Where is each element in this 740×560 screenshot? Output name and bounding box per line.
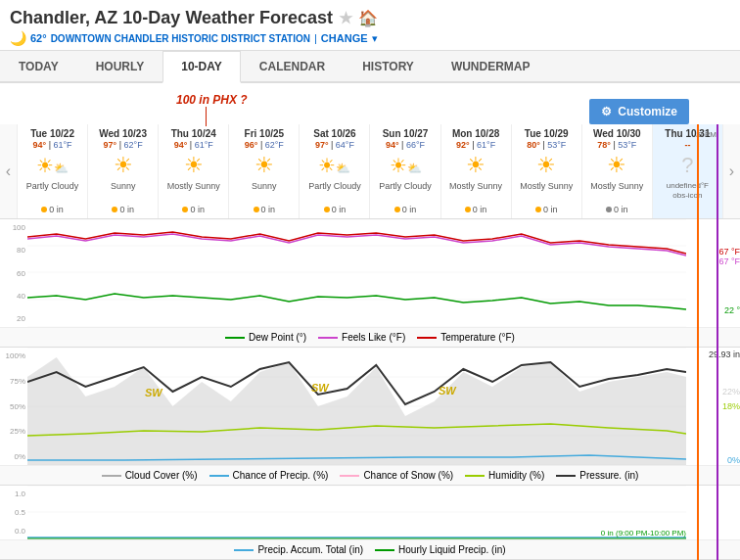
- title-text: Chandler, AZ 10-Day Weather Forecast: [10, 8, 333, 28]
- feellike-legend-icon: [318, 337, 338, 339]
- humidity-legend-icon: [465, 475, 485, 477]
- star-icon: ★: [339, 9, 352, 27]
- legend-precip-accum: Precip. Accum. Total (in): [234, 544, 363, 555]
- separator: |: [314, 32, 317, 44]
- precip-chart-section: 1.0 0.5 0.0 0 in (9:00 PM-10:00 PM): [0, 486, 740, 560]
- precip-pct-label: 0%: [727, 455, 740, 465]
- cloud-chart-area: SW SW SW 29.93 in 22% 18% 0%: [27, 348, 686, 465]
- cloud-pct-label: 22%: [722, 387, 740, 397]
- forecast-day-4: Fri 10/25 96° | 62°F ☀ Sunny 0 in: [229, 124, 300, 218]
- precip-chart-area: 0 in (9:00 PM-10:00 PM): [27, 486, 686, 539]
- temp-legend-icon: [417, 337, 437, 339]
- time-marker-label: 9 PM: [698, 130, 717, 139]
- moon-icon: 🌙: [10, 30, 26, 46]
- legend-humidity: Humidity (%): [465, 470, 544, 481]
- temp-chart-svg: [27, 219, 686, 327]
- feellike-label-67: 67 °F: [718, 257, 740, 266]
- tab-10day[interactable]: 10-DAY: [162, 51, 241, 83]
- legend-pressure: Pressure. (in): [556, 470, 638, 481]
- legend-hourly-precip: Hourly Liquid Precip. (in): [375, 544, 506, 555]
- legend-cloud: Cloud Cover (%): [102, 470, 198, 481]
- forecast-days: Tue 10/22 94° | 61°F ☀⛅ Partly Cloudy 0 …: [18, 124, 722, 218]
- forecast-day-2: Wed 10/23 97° | 62°F ☀ Sunny 0 in: [88, 124, 159, 218]
- tab-wundermap[interactable]: WUNDERMAP: [433, 51, 549, 81]
- tab-calendar[interactable]: CALENDAR: [241, 51, 344, 81]
- dewpoint-label-22: 22 °: [724, 305, 740, 315]
- forecast-day-3: Thu 10/24 94° | 61°F ☀ Mostly Sunny 0 in: [159, 124, 229, 218]
- legend-feellike: Feels Like (°F): [318, 332, 405, 343]
- forecast-day-7: Mon 10/28 92° | 61°F ☀ Mostly Sunny 0 in: [441, 124, 512, 218]
- snow-legend-icon: [340, 475, 359, 477]
- cloud-chart-legend: Cloud Cover (%) Chance of Precip. (%) Ch…: [0, 465, 740, 485]
- current-temp: 62°: [30, 32, 47, 44]
- home-icon: 🏠: [358, 9, 378, 27]
- dewpoint-legend-icon: [225, 337, 245, 339]
- wind-annotation-1: SW: [145, 387, 162, 398]
- temp-chart-legend: Dew Point (°) Feels Like (°F) Temperatur…: [0, 327, 740, 347]
- forecast-day-6: Sun 10/27 94° | 66°F ☀⛅ Partly Cloudy 0 …: [370, 124, 440, 218]
- forecast-day-8: Tue 10/29 80° | 53°F ☀ Mostly Sunny 0 in: [512, 124, 582, 218]
- header-subtitle: 🌙 62° DOWNTOWN CHANDLER HISTORIC DISTRIC…: [10, 30, 730, 46]
- precip-chart-svg: [27, 486, 686, 539]
- legend-dewpoint: Dew Point (°): [225, 332, 306, 343]
- hourly-precip-legend-icon: [375, 549, 394, 551]
- precip-time-label: 0 in (9:00 PM-10:00 PM): [601, 529, 686, 537]
- legend-temp: Temperature (°F): [417, 332, 515, 343]
- humidity-label: 18%: [722, 401, 740, 411]
- nav-tabs: TODAY HOURLY 10-DAY CALENDAR HISTORY WUN…: [0, 51, 740, 83]
- tab-history[interactable]: HISTORY: [344, 51, 433, 81]
- gear-icon: ⚙: [601, 105, 612, 118]
- precip-spacer: [686, 486, 740, 539]
- forecast-day-9: Wed 10/30 78° | 53°F ☀ Mostly Sunny 0 in: [582, 124, 653, 218]
- legend-snow: Chance of Snow (%): [340, 470, 453, 481]
- temp-label-67: 67 °F: [718, 247, 740, 257]
- cloud-chart-section: 100% 75% 50% 25% 0%: [0, 348, 740, 486]
- cloud-y-axis: 100% 75% 50% 25% 0%: [0, 348, 27, 465]
- station-name: DOWNTOWN CHANDLER HISTORIC DISTRICT STAT…: [51, 33, 310, 44]
- precip-chart-legend: Precip. Accum. Total (in) Hourly Liquid …: [0, 539, 740, 559]
- customize-label: Customize: [618, 105, 677, 118]
- pressure-label: 29.93 in: [709, 350, 740, 359]
- tab-today[interactable]: TODAY: [0, 51, 77, 81]
- forecast-day-5: Sat 10/26 97° | 64°F ☀⛅ Partly Cloudy 0 …: [300, 124, 370, 218]
- wind-annotation-3: SW: [439, 385, 456, 397]
- cloud-legend-icon: [102, 475, 121, 477]
- tab-hourly[interactable]: HOURLY: [77, 51, 163, 81]
- change-button[interactable]: CHANGE: [321, 32, 368, 44]
- next-arrow[interactable]: ›: [722, 124, 740, 218]
- forecast-day-1: Tue 10/22 94° | 61°F ☀⛅ Partly Cloudy 0 …: [18, 124, 88, 218]
- precip-chance-legend-icon: [209, 475, 229, 477]
- annotation-text: 100 in PHX ?: [176, 93, 248, 126]
- temp-y-axis: 100 80 60 40 20: [0, 219, 27, 327]
- precip-y-axis: 1.0 0.5 0.0: [0, 486, 27, 539]
- main-content: 100 in PHX ? ⚙ Customize ‹ Tue 10/22 94°…: [0, 83, 740, 560]
- cloud-chart-svg: [27, 348, 686, 465]
- prev-arrow[interactable]: ‹: [0, 124, 18, 218]
- page-title: Chandler, AZ 10-Day Weather Forecast ★ 🏠: [10, 8, 730, 28]
- customize-button[interactable]: ⚙ Customize: [589, 99, 689, 124]
- temperature-chart-section: 100 80 60 40 20: [0, 219, 740, 348]
- legend-precip-chance: Chance of Precip. (%): [209, 470, 329, 481]
- pressure-legend-icon: [556, 475, 576, 477]
- wind-annotation-2: SW: [311, 382, 329, 394]
- chevron-down-icon: ▾: [372, 32, 378, 45]
- precip-accum-legend-icon: [234, 549, 254, 551]
- temp-chart-area: 67 °F 67 °F 22 °: [27, 219, 686, 327]
- page-header: Chandler, AZ 10-Day Weather Forecast ★ 🏠…: [0, 0, 740, 83]
